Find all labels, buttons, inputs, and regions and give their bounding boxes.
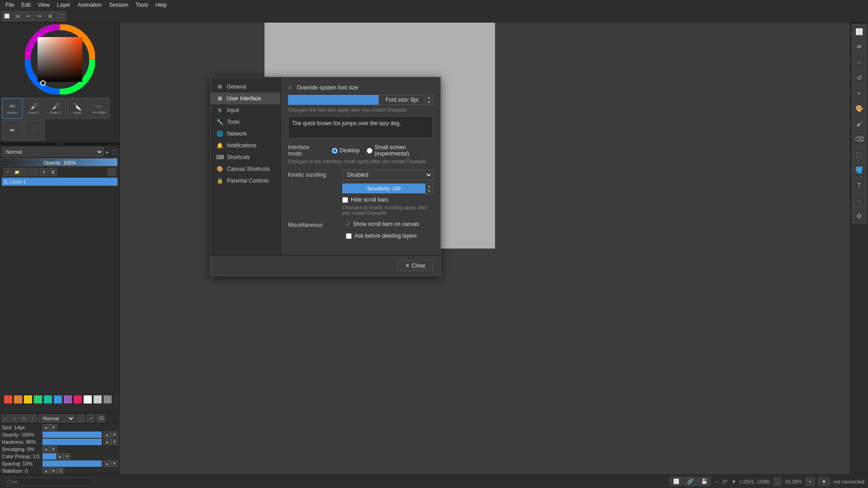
right-tool-eraser[interactable]: ⌫ [852,132,867,146]
brush-type-pixel[interactable]: ⊡ [20,414,28,422]
menu-file[interactable]: File [2,1,18,9]
toolbar-new[interactable]: ⬜ [2,11,12,21]
radio-small-screen-input[interactable] [367,148,373,154]
swatch-blue[interactable] [53,395,62,404]
zoom-out-btn[interactable]: - [774,478,782,486]
close-button[interactable]: ✕ Close [397,260,433,271]
brush-type-square[interactable]: □ [11,414,19,422]
kinetic-select[interactable]: Disabled Enabled [342,169,433,180]
preset-paint1[interactable]: 🖌 Paint 1 [24,98,44,119]
swatch-orange[interactable] [14,395,23,404]
color-wheel[interactable] [25,24,95,94]
right-tool-select[interactable]: ⬚ [852,147,867,162]
nav-network[interactable]: 🌐 Network [211,128,280,140]
nav-canvas-shortcuts[interactable]: 🎨 Canvas Shortcuts [211,163,280,175]
right-tool-zoom-out[interactable]: - [852,193,867,208]
zoom-in-btn[interactable]: + [806,478,815,486]
opacity-down-btn[interactable]: ▼ [111,432,118,438]
nav-input[interactable]: 🖱 Input [211,104,280,116]
opacity-up-btn[interactable]: ▲ [104,432,111,438]
toolbar-redo[interactable]: ↪ [34,11,44,21]
spacing-up-btn[interactable]: ▲ [104,460,111,467]
spacing-down-btn[interactable]: ▼ [111,460,118,467]
swatch-light-gray[interactable] [93,395,102,404]
font-size-down-btn[interactable]: ▼ [425,100,433,105]
smudging-down-btn[interactable]: ▼ [50,446,57,452]
right-tool-rotate[interactable]: ↺ [852,70,867,85]
sensitivity-bar[interactable]: Sensitivity: 100 [342,183,425,193]
brush-erase-btn[interactable]: ⌫ [97,414,105,422]
menu-view[interactable]: View [34,1,53,9]
hardness-slider[interactable] [42,439,102,445]
swatch-dark-gray[interactable] [113,395,119,404]
layer-expand-all-btn[interactable]: ⛶ [108,168,116,176]
opacity-slider[interactable]: Opacity: 100% [2,158,118,166]
font-slider[interactable] [288,95,378,105]
layer-folder-btn[interactable]: 📁 [13,168,21,176]
stabilizer-settings-btn[interactable]: ☰ [57,468,64,474]
menu-tools[interactable]: Tools [132,1,152,9]
nav-general[interactable]: ⚙ General [211,81,280,93]
smudging-up-btn[interactable]: ▲ [42,446,50,452]
layer-add-btn[interactable]: + [4,168,12,176]
zoom-dropdown-btn[interactable]: ▼ [818,478,830,486]
right-tool-fill[interactable]: 🪣 [852,163,867,177]
preset-knife[interactable]: 🔪 knife [67,98,88,119]
size-down-btn[interactable]: ▼ [50,424,57,431]
layer-collapse-btn[interactable]: ⛶ [111,150,118,155]
right-tool-color[interactable]: 🎨 [852,101,867,116]
preset-brush7[interactable]: · [24,120,44,141]
hide-scroll-bars-checkbox[interactable] [342,197,348,203]
status-arrow-btn[interactable]: ▼ [731,479,736,484]
color-pickup-up-btn[interactable]: ▲ [56,453,63,460]
sensitivity-down-btn[interactable]: ▼ [425,188,433,193]
font-size-up-btn[interactable]: ▲ [425,95,433,100]
preset-sketch[interactable]: ✏ Sketch [2,98,23,119]
opacity-slider-brush[interactable] [42,432,102,438]
right-tool-preview[interactable]: 👁 [852,40,867,54]
right-tool-flip[interactable]: ↔ [852,55,867,70]
nav-tools[interactable]: 🔧 Tools [211,116,280,128]
current-color-swatch[interactable] [42,453,56,460]
brush-blending-select[interactable]: Normal [39,414,75,422]
preset-smudga[interactable]: 〰 smudga [89,98,109,119]
nav-user-interface[interactable]: 🖥 User Interface [211,93,280,104]
menu-layer[interactable]: Layer [53,1,74,9]
stabilizer-down-btn[interactable]: ▼ [50,468,57,474]
nav-shortcuts[interactable]: ⌨ Shortcuts [211,151,280,163]
toolbar-fullscreen[interactable]: ⛶ [56,11,66,21]
swatch-yellow[interactable] [24,395,33,404]
ask-delete-checkbox[interactable] [346,233,352,239]
nav-parental-controls[interactable]: 🔒 Parental Controls [211,175,280,187]
right-tool-zoom-in[interactable]: + [852,86,867,100]
hardness-down-btn[interactable]: ▼ [111,439,118,445]
color-pickup-down-btn[interactable]: ▼ [63,453,71,460]
nav-notifications[interactable]: 🔔 Notifications [211,140,280,151]
menu-edit[interactable]: Edit [18,1,34,9]
stabilizer-up-btn[interactable]: ▲ [42,468,50,474]
menu-session[interactable]: Session [105,1,132,9]
layer-mode-select[interactable]: Normal [2,147,104,156]
toolbar-undo[interactable]: ↩ [24,11,33,21]
swatch-pink[interactable] [73,395,82,404]
spacing-slider[interactable] [42,460,102,467]
preset-paint2[interactable]: 🖌 Paint 2 [45,98,66,119]
swatch-green[interactable] [33,395,42,404]
right-tool-settings[interactable]: ⚙ [852,209,867,223]
menu-animation[interactable]: Animation [74,1,105,9]
swatch-gray[interactable] [103,395,112,404]
brush-type-line[interactable]: / [29,414,37,422]
layer-up-btn[interactable]: ↑ [22,168,30,176]
hardness-up-btn[interactable]: ▲ [104,439,111,445]
layer-delete-btn[interactable]: 🗑 [49,168,57,176]
brush-type-circle[interactable]: ○ [2,414,10,422]
right-tool-text[interactable]: T [852,178,867,192]
status-icon1[interactable]: ⬜ [670,477,683,486]
toolbar-sketch[interactable]: Sk [13,11,23,21]
toolbar-grid[interactable]: ⊞ [45,11,55,21]
menu-help[interactable]: Help [152,1,170,9]
brush-more-btn[interactable]: … [77,414,85,422]
layer-item[interactable]: ☰ Show scroll bars on canvas Layer 1 [2,178,118,186]
layer-merge-btn[interactable]: ⬇ [40,168,48,176]
brush-curve-btn[interactable]: ↗ [87,414,95,422]
